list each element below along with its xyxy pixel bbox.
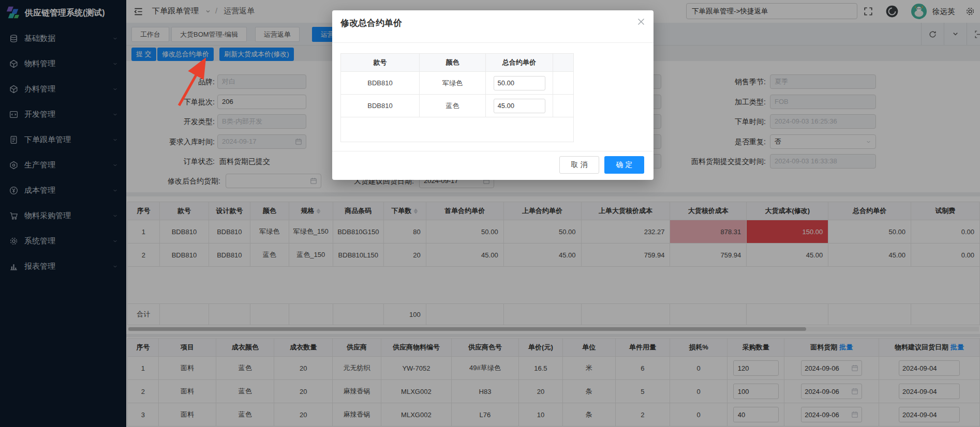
- modal-title: 修改总合约单价: [340, 17, 402, 29]
- modal-table-row: BDB810军绿色: [341, 72, 574, 95]
- divider: [332, 42, 654, 43]
- column-header: 总合约单价: [486, 54, 553, 72]
- column-header: 款号: [341, 54, 420, 72]
- divider: [332, 151, 654, 151]
- confirm-button[interactable]: 确 定: [604, 156, 644, 174]
- price-input[interactable]: [494, 76, 545, 90]
- app-screen: 供应链管理系统(测试) 基础数据物料管理办料管理开发管理下单跟单管理生产管理成本…: [0, 0, 980, 427]
- style-no-cell: BDB810: [341, 95, 420, 117]
- column-header: 颜色: [420, 54, 486, 72]
- modal-table-row: BDB810蓝色: [341, 95, 574, 117]
- cancel-button[interactable]: 取 消: [559, 156, 599, 174]
- close-icon[interactable]: [637, 18, 645, 26]
- price-cell: [486, 72, 553, 95]
- color-cell: 军绿色: [420, 72, 486, 95]
- price-cell: [486, 95, 553, 117]
- modal-price-table: 款号 颜色 总合约单价 BDB810军绿色BDB810蓝色: [340, 53, 574, 142]
- style-no-cell: BDB810: [341, 72, 420, 95]
- price-input[interactable]: [494, 99, 545, 113]
- column-header-filler: [553, 54, 574, 72]
- edit-price-modal: 修改总合约单价 款号 颜色 总合约单价 BDB810军绿色BDB810蓝色 取 …: [332, 10, 654, 180]
- color-cell: 蓝色: [420, 95, 486, 117]
- filler-cell: [553, 72, 574, 95]
- modal-filler-row: [341, 117, 574, 142]
- filler-cell: [553, 95, 574, 117]
